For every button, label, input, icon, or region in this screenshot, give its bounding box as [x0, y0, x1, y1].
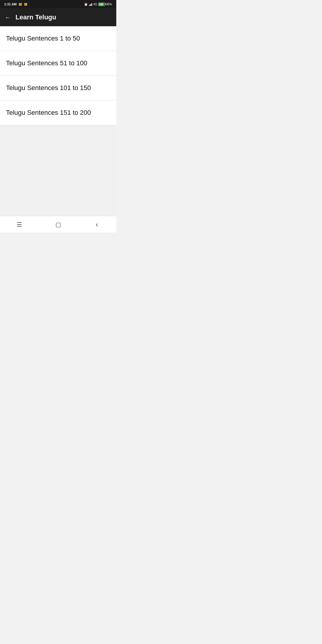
app-bar-title: Learn Telugu — [16, 13, 56, 21]
back-button[interactable]: ← — [5, 14, 11, 21]
network-type: 4G — [93, 3, 97, 6]
signal-bar-4 — [92, 3, 92, 6]
list-item-2[interactable]: Telugu Sentences 51 to 100 — [0, 51, 116, 76]
home-icon: ▢ — [55, 221, 61, 228]
alarm-icon: ⏰ — [84, 3, 88, 6]
signal-bar-1 — [89, 5, 89, 6]
nav-home-button[interactable]: ▢ — [49, 219, 67, 230]
nav-back-button[interactable]: ‹ — [88, 219, 106, 230]
list-item-label-3: Telugu Sentences 101 to 150 — [6, 84, 91, 92]
app-bar: ← Learn Telugu — [0, 8, 116, 26]
battery-percent: 96% — [106, 3, 112, 6]
cat-icon-1: 🐱 — [18, 3, 22, 6]
list-item-label-4: Telugu Sentences 151 to 200 — [6, 109, 91, 117]
status-bar: 1:31 AM 🐱 🐱 ⏰ 4G ⚡ 96% — [0, 0, 116, 8]
nav-menu-button[interactable]: ☰ — [10, 219, 28, 230]
back-icon: ← — [5, 14, 11, 21]
status-time: 1:31 AM — [4, 2, 17, 6]
list-item-1[interactable]: Telugu Sentences 1 to 50 — [0, 26, 116, 51]
list-item-label-1: Telugu Sentences 1 to 50 — [6, 35, 80, 42]
main-content: Telugu Sentences 1 to 50 Telugu Sentence… — [0, 26, 116, 233]
list-item-4[interactable]: Telugu Sentences 151 to 200 — [0, 100, 116, 125]
signal-bar-2 — [90, 4, 90, 6]
list-container: Telugu Sentences 1 to 50 Telugu Sentence… — [0, 26, 116, 125]
battery-icon: ⚡ — [98, 3, 105, 6]
battery-bolt-icon: ⚡ — [100, 3, 103, 6]
list-item-3[interactable]: Telugu Sentences 101 to 150 — [0, 76, 116, 100]
cat-icon-2: 🐱 — [24, 3, 27, 6]
signal-bar-3 — [91, 4, 91, 6]
list-item-label-2: Telugu Sentences 51 to 100 — [6, 59, 87, 67]
status-right: ⏰ 4G ⚡ 96% — [84, 2, 112, 6]
nav-back-icon: ‹ — [96, 220, 98, 229]
nav-bar: ☰ ▢ ‹ — [0, 216, 116, 233]
battery-container: ⚡ — [98, 3, 105, 6]
page: 1:31 AM 🐱 🐱 ⏰ 4G ⚡ 96% ← — [0, 0, 116, 233]
status-left: 1:31 AM 🐱 🐱 — [4, 2, 27, 6]
menu-icon: ☰ — [17, 221, 22, 228]
signal-bars — [89, 2, 92, 6]
